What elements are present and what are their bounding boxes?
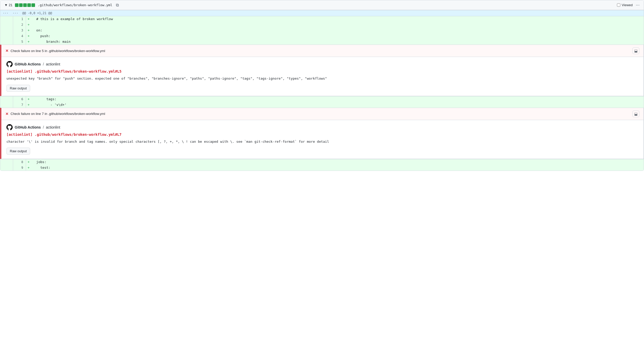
diff-line: 1 + # this is a example of broken workfl…	[0, 16, 644, 22]
diff-lines-top: 1 + # this is a example of broken workfl…	[0, 16, 644, 45]
file-header-right: Viewed ···	[617, 2, 640, 8]
annotation-save-button-1[interactable]: ⬓	[632, 47, 639, 54]
new-line-num: 7	[13, 102, 26, 108]
copy-path-button[interactable]: ⧉	[115, 3, 120, 7]
new-line-num: 1	[13, 16, 26, 22]
raw-output-button-2[interactable]: Raw output	[6, 148, 30, 155]
diff-line: 3 + on:	[0, 28, 644, 33]
badge-block-4	[27, 3, 31, 7]
badge-block-5	[31, 3, 35, 7]
annotation-header-text-2: Check failure on line 7 in .github/workf…	[11, 112, 105, 116]
file-path: .github/workflows/broken-workflow.yml	[38, 3, 112, 7]
raw-output-button-1[interactable]: Raw output	[6, 85, 30, 92]
line-count: 21	[9, 3, 12, 7]
diff-line: 7 + - 'v\d+'	[0, 102, 644, 108]
line-content: push:	[32, 33, 644, 39]
collapse-icon: ▼	[4, 3, 8, 7]
line-content: branch: main	[32, 39, 644, 45]
annotation-save-button-2[interactable]: ⬓	[632, 111, 639, 117]
line-content	[32, 22, 644, 28]
hunk-header: ··· ··· @@ -0,0 +1,21 @@	[0, 10, 644, 16]
error-icon-1: ✕	[5, 49, 9, 53]
annotation-message-2: character '\' is invalid for branch and …	[6, 139, 638, 144]
annotation-provider-1: GitHub Actions / actionlint	[6, 61, 638, 67]
line-marker: +	[26, 33, 32, 39]
more-options-button[interactable]: ···	[636, 2, 640, 8]
diff-line: 2 +	[0, 22, 644, 28]
line-content: jobs:	[32, 159, 644, 165]
badge-block-2	[19, 3, 23, 7]
annotation-link-1[interactable]: [actionlint] .github/workflows/broken-wo…	[6, 69, 638, 73]
annotation-message-1: unexpected key "branch" for "push" secti…	[6, 76, 638, 81]
annotation-link-2[interactable]: [actionlint] .github/workflows/broken-wo…	[6, 132, 638, 137]
annotation-body-2: GitHub Actions / actionlint [actionlint]…	[1, 120, 643, 159]
annotation-header-text-1: Check failure on line 5 in .github/workf…	[11, 49, 105, 53]
old-line-num	[0, 33, 13, 39]
diff-lines-mid: 6 + tags: 7 + - 'v\d+'	[0, 96, 644, 108]
line-content: on:	[32, 28, 644, 33]
old-line-num	[0, 159, 13, 165]
badge-block-3	[23, 3, 27, 7]
old-line-num	[0, 22, 13, 28]
viewed-checkbox-label[interactable]: Viewed	[617, 3, 633, 7]
line-content: - 'v\d+'	[32, 102, 644, 108]
provider-tool-2: actionlint	[46, 125, 60, 129]
provider-sep-2: /	[43, 125, 44, 129]
diff-line: 6 + tags:	[0, 96, 644, 102]
badge-block-1	[15, 3, 19, 7]
old-line-num	[0, 28, 13, 33]
provider-sep-1: /	[43, 62, 44, 66]
old-line-num	[0, 102, 13, 108]
new-line-num: 2	[13, 22, 26, 28]
line-marker: +	[26, 102, 32, 108]
old-line-num	[0, 165, 13, 171]
line-marker: +	[26, 165, 32, 171]
new-line-num: 4	[13, 33, 26, 39]
provider-name-1: GitHub Actions	[15, 62, 41, 66]
new-line-num: 8	[13, 159, 26, 165]
provider-tool-1: actionlint	[46, 62, 60, 66]
diff-container: ▼ 21 .github/workflows/broken-workflow.y…	[0, 0, 644, 171]
hunk-range: @@ -0,0 +1,21 @@	[22, 11, 52, 15]
old-line-num	[0, 16, 13, 22]
hunk-dots-2: ···	[13, 11, 18, 15]
new-line-num: 6	[13, 96, 26, 102]
line-marker: +	[26, 96, 32, 102]
provider-name-2: GitHub Actions	[15, 125, 41, 129]
diff-lines-bottom: 8 + jobs: 9 + test:	[0, 159, 644, 171]
annotation-provider-2: GitHub Actions / actionlint	[6, 124, 638, 130]
line-marker: +	[26, 39, 32, 45]
file-header: ▼ 21 .github/workflows/broken-workflow.y…	[0, 0, 644, 10]
annotation-body-1: GitHub Actions / actionlint [actionlint]…	[1, 57, 643, 96]
github-logo-icon-2	[6, 124, 13, 130]
diff-line: 4 + push:	[0, 33, 644, 39]
file-header-left: ▼ 21 .github/workflows/broken-workflow.y…	[4, 3, 120, 7]
new-line-num: 5	[13, 39, 26, 45]
line-content: test:	[32, 165, 644, 171]
error-icon-2: ✕	[5, 112, 9, 116]
change-badge	[15, 3, 35, 7]
annotation-header-left-1: ✕ Check failure on line 5 in .github/wor…	[5, 49, 105, 53]
line-marker: +	[26, 16, 32, 22]
old-line-num	[0, 39, 13, 45]
line-content: # this is a example of broken workflow	[32, 16, 644, 22]
annotation-header-left-2: ✕ Check failure on line 7 in .github/wor…	[5, 112, 105, 116]
diff-line: 5 + branch: main	[0, 39, 644, 45]
diff-line: 8 + jobs:	[0, 159, 644, 165]
annotation-block-2: ✕ Check failure on line 7 in .github/wor…	[0, 108, 644, 159]
collapse-button[interactable]: ▼ 21	[4, 3, 12, 7]
line-content: tags:	[32, 96, 644, 102]
viewed-label: Viewed	[622, 3, 633, 7]
old-line-num	[0, 96, 13, 102]
hunk-dots-1: ···	[3, 11, 9, 15]
github-logo-icon-1	[6, 61, 13, 67]
annotation-block-1: ✕ Check failure on line 5 in .github/wor…	[0, 45, 644, 96]
line-marker: +	[26, 159, 32, 165]
new-line-num: 9	[13, 165, 26, 171]
diff-line: 9 + test:	[0, 165, 644, 171]
line-marker: +	[26, 28, 32, 33]
annotation-header-2: ✕ Check failure on line 7 in .github/wor…	[1, 108, 643, 120]
annotation-header-1: ✕ Check failure on line 5 in .github/wor…	[1, 45, 643, 57]
new-line-num: 3	[13, 28, 26, 33]
viewed-checkbox-input[interactable]	[617, 3, 620, 7]
